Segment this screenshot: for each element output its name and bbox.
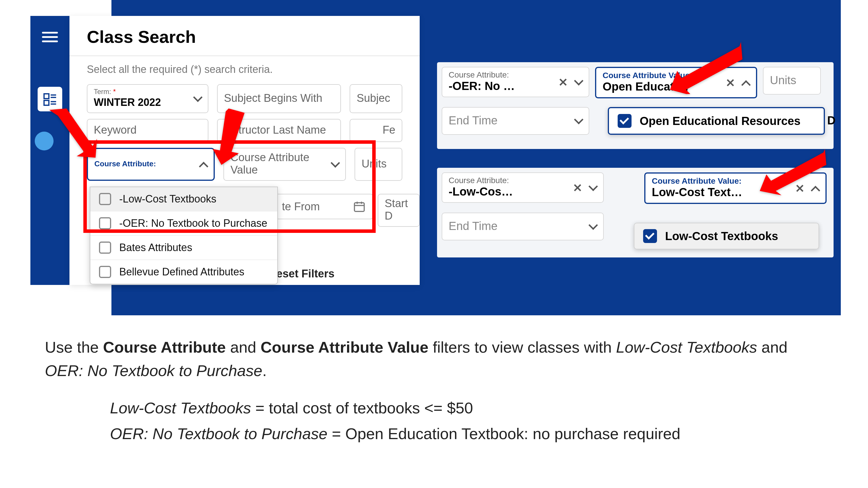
definitions-text: Low-Cost Textbooks = total cost of textb…	[110, 396, 819, 448]
start-date-input[interactable]: Start D	[378, 194, 420, 227]
svg-rect-0	[44, 94, 49, 99]
example-panel-oer: Course Attribute: -OER: No … Course Attr…	[437, 62, 834, 149]
reset-filters-button[interactable]: eset Filters	[276, 268, 335, 280]
criteria-instruction: Select all the required (*) search crite…	[69, 56, 420, 81]
checkbox[interactable]	[99, 241, 111, 254]
dropdown-item-bellevue[interactable]: Bellevue Defined Attributes	[90, 259, 277, 284]
annotation-arrow	[46, 107, 98, 160]
svg-marker-13	[760, 149, 826, 195]
subject-input[interactable]: Subjec	[350, 84, 402, 113]
dropdown-item-bates[interactable]: Bates Attributes	[90, 235, 277, 259]
svg-marker-10	[49, 108, 97, 158]
course-attribute-select[interactable]: Course Attribute: -OER: No …	[442, 67, 589, 97]
svg-rect-1	[44, 100, 49, 105]
keyword-input[interactable]: Keyword	[87, 119, 208, 142]
form-icon	[43, 92, 57, 106]
annotation-arrow	[758, 146, 828, 196]
instruction-text: Use the Course Attribute and Course Attr…	[45, 335, 820, 382]
chevron-down-icon	[193, 95, 202, 103]
checkbox-checked[interactable]	[643, 229, 657, 243]
page-title: Class Search	[69, 16, 420, 56]
chevron-down-icon	[574, 78, 582, 86]
units-input[interactable]: Units	[763, 67, 821, 95]
annotation-arrow	[200, 107, 252, 166]
svg-marker-11	[213, 108, 245, 165]
checkbox-checked[interactable]	[618, 114, 631, 128]
hamburger-icon[interactable]	[42, 29, 58, 45]
chevron-down-icon	[574, 117, 582, 125]
course-attribute-select[interactable]: Course Attribute: -Low-Cos…	[442, 172, 604, 203]
chevron-down-icon	[589, 184, 597, 192]
term-value: WINTER 2022	[94, 96, 202, 108]
clear-icon[interactable]	[573, 184, 582, 192]
end-time-select[interactable]: End Time	[442, 213, 604, 240]
term-select[interactable]: Term: * WINTER 2022	[87, 84, 208, 113]
chevron-down-icon	[589, 223, 597, 231]
end-time-select[interactable]: End Time	[442, 107, 589, 135]
option-low-cost[interactable]: Low-Cost Textbooks	[634, 223, 819, 249]
term-label: Term: *	[94, 88, 202, 96]
fe-input[interactable]: Fe	[350, 119, 402, 142]
annotation-arrow	[669, 39, 744, 95]
clear-icon[interactable]	[559, 78, 567, 87]
trailing-d: D	[827, 114, 836, 127]
svg-marker-12	[670, 42, 742, 94]
option-oer[interactable]: Open Educational Resources	[608, 107, 825, 135]
checkbox[interactable]	[99, 266, 111, 278]
